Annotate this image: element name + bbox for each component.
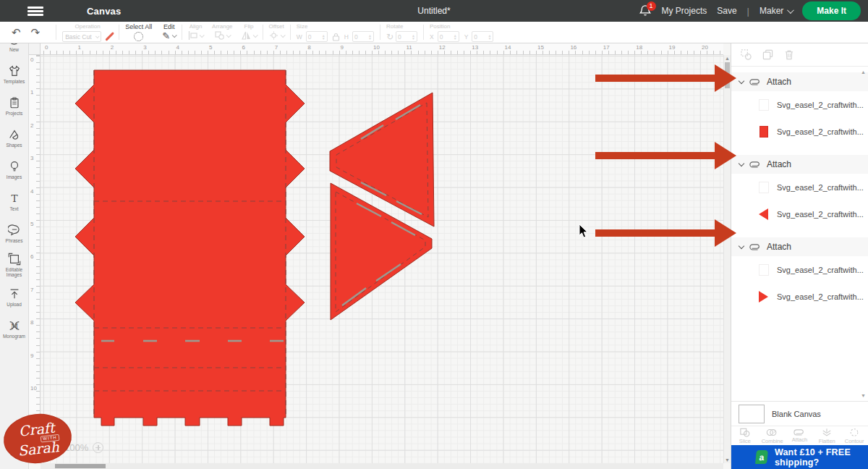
rotate-input[interactable]: 0▲▼ — [396, 31, 417, 42]
layer-group-header[interactable]: Attach — [731, 237, 868, 256]
pencil-icon[interactable]: ✎ — [162, 31, 170, 41]
my-projects-link[interactable]: My Projects — [662, 6, 707, 16]
chevron-down-icon[interactable] — [200, 33, 205, 38]
layer-group: Attach Svg_easel_2_craftwith... Svg_ease… — [731, 237, 868, 310]
y-label: Y — [464, 33, 469, 41]
trash-icon[interactable] — [784, 49, 794, 60]
operation-group: Operation Basic Cut — [62, 22, 113, 43]
combine-icon — [766, 428, 778, 437]
ruler-number: 0 — [30, 56, 33, 63]
chevron-down-icon[interactable] — [739, 160, 744, 166]
canvas-vertical-scrollbar[interactable]: ▲ ▼ — [723, 55, 731, 463]
layer-item[interactable]: Svg_easel_2_craftwith... — [731, 283, 868, 310]
arrange-icon[interactable] — [215, 31, 224, 40]
align-icon[interactable] — [188, 31, 197, 40]
stepper-icon[interactable]: ▲▼ — [488, 34, 491, 40]
size-group: Size W 0▲▼ H 0▲▼ — [297, 22, 374, 43]
zoom-in-button[interactable] — [93, 442, 103, 453]
ruler-number: 9 — [30, 352, 33, 359]
layer-item[interactable]: Svg_easel_2_craftwith... — [731, 118, 868, 145]
redo-button[interactable]: ↷ — [31, 26, 41, 39]
x-input[interactable]: 0▲▼ — [438, 31, 459, 42]
horizontal-scroll-thumb[interactable] — [55, 464, 106, 468]
shape-box-plate[interactable] — [75, 70, 305, 426]
promo-text: Want £10 + FREE shipping? — [775, 447, 868, 468]
sidebar-item-monogram[interactable]: M Monogram — [0, 313, 28, 345]
layer-ops-toolbar — [731, 43, 868, 67]
chevron-down-icon[interactable] — [739, 77, 744, 83]
list-scroll-up-icon[interactable]: ▲ — [861, 69, 866, 75]
combine-button[interactable]: Combine — [759, 426, 786, 445]
select-all-group: Select All — [125, 22, 152, 43]
chevron-down-icon[interactable] — [226, 33, 231, 38]
layer-group-header[interactable]: Attach — [731, 72, 868, 91]
select-all-label: Select All — [125, 23, 152, 30]
stepper-icon[interactable]: ▲▼ — [368, 34, 372, 40]
ruler-corner — [29, 43, 41, 55]
list-scroll-down-icon[interactable]: ▼ — [861, 393, 866, 398]
stepper-icon[interactable]: ▲▼ — [322, 34, 326, 40]
ruler-number: 11 — [406, 44, 412, 51]
design-canvas[interactable]: 01234567891011121314151617181920 0123456… — [29, 43, 731, 469]
offset-icon[interactable] — [269, 31, 278, 40]
chevron-down-icon[interactable] — [172, 33, 177, 38]
ruler-number: 3 — [143, 44, 146, 51]
stepper-icon[interactable]: ▲▼ — [454, 34, 457, 40]
ruler-number: 7 — [30, 287, 33, 293]
sidebar-item-phrases[interactable]: Phrases — [0, 217, 28, 249]
make-it-button[interactable]: Make It — [802, 1, 861, 20]
sidebar-item-templates[interactable]: Templates — [0, 58, 28, 90]
stepper-icon[interactable]: ▲▼ — [412, 34, 415, 40]
layer-item[interactable]: Svg_easel_2_craftwith... — [731, 200, 868, 227]
promo-banner[interactable]: a Want £10 + FREE shipping? — [731, 445, 868, 469]
flip-icon[interactable] — [242, 31, 251, 40]
ruler-number: 20 — [702, 44, 708, 51]
vertical-scroll-thumb[interactable] — [725, 62, 730, 88]
select-all-icon[interactable] — [134, 32, 143, 41]
group-icon[interactable] — [741, 49, 752, 60]
chevron-down-icon[interactable] — [252, 33, 258, 38]
y-input[interactable]: 0▲▼ — [472, 31, 493, 42]
sidebar-item-shapes[interactable]: Shapes — [0, 122, 28, 153]
width-input[interactable]: 0▲▼ — [306, 31, 328, 42]
undo-button[interactable]: ↶ — [12, 26, 21, 39]
flatten-button[interactable]: Flatten — [813, 426, 841, 445]
chevron-down-icon[interactable] — [739, 242, 744, 248]
layer-list: ▲ Attach Svg_easel_2_craftwith... Svg_ea… — [731, 67, 868, 401]
topbar-divider: | — [747, 6, 749, 17]
layer-item[interactable]: Svg_easel_2_craftwith... — [731, 91, 868, 118]
scroll-down-icon[interactable]: ▼ — [725, 457, 730, 462]
ruler-number: 4 — [30, 188, 33, 195]
rotate-icon[interactable]: ↻ — [386, 32, 393, 42]
canvas-shapes — [29, 43, 731, 469]
layer-group-header[interactable]: Attach — [731, 155, 868, 174]
sidebar-item-upload[interactable]: Upload — [0, 281, 28, 313]
align-group: Align — [188, 22, 203, 43]
machine-selector[interactable]: Maker — [760, 6, 792, 16]
scroll-up-icon[interactable]: ▲ — [725, 56, 730, 61]
ruler-number: 3 — [30, 155, 33, 161]
position-group: Position X 0▲▼ Y 0▲▼ — [430, 22, 493, 43]
color-swatch-icon[interactable] — [103, 32, 113, 41]
blank-canvas-row[interactable]: Blank Canvas — [731, 401, 868, 426]
save-link[interactable]: Save — [717, 6, 736, 16]
duplicate-icon[interactable] — [762, 49, 773, 60]
sidebar-item-images[interactable]: Images — [0, 153, 28, 185]
attach-icon — [749, 78, 761, 85]
chevron-down-icon[interactable] — [280, 33, 285, 38]
canvas-horizontal-scrollbar[interactable] — [41, 463, 723, 469]
slice-button[interactable]: Slice — [731, 426, 759, 445]
contour-button[interactable]: Contour — [841, 426, 868, 445]
layer-item[interactable]: Svg_easel_2_craftwith... — [731, 256, 868, 283]
ruler-number: 4 — [176, 44, 179, 51]
operation-select[interactable]: Basic Cut — [62, 31, 101, 42]
layer-item[interactable]: Svg_easel_2_craftwith... — [731, 174, 868, 200]
lock-icon[interactable] — [332, 33, 340, 41]
menu-icon[interactable] — [27, 7, 43, 16]
notifications-button[interactable]: 1 — [639, 4, 652, 17]
attach-button[interactable]: Attach — [786, 426, 814, 445]
height-input[interactable]: 0▲▼ — [352, 31, 374, 42]
sidebar-item-editable-images[interactable]: Editable Images — [0, 249, 28, 281]
sidebar-item-text[interactable]: T Text — [0, 185, 28, 217]
sidebar-item-projects[interactable]: Projects — [0, 90, 28, 122]
